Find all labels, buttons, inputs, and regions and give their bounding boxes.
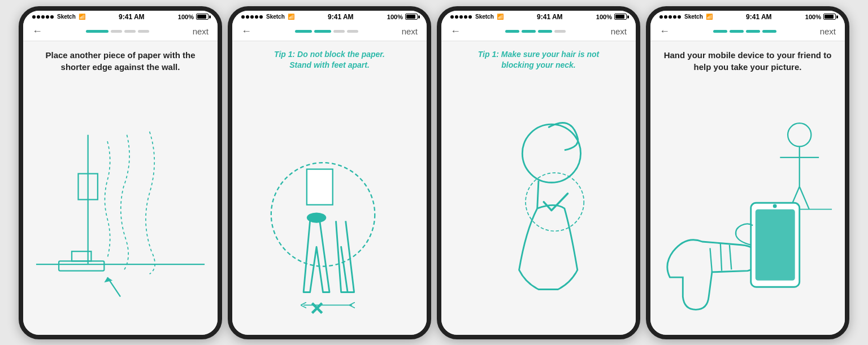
phone-4: Sketch 📶 9:41 AM 100% ← next Hand your — [646, 6, 849, 339]
progress-step-2-3 — [333, 30, 345, 33]
progress-step-4-1 — [713, 30, 727, 33]
time-2: 9:41 AM — [328, 13, 354, 21]
illustration-2: ✕ — [232, 76, 427, 335]
illustration-4 — [650, 77, 845, 335]
nav-bar-3: ← next — [441, 23, 636, 41]
svg-point-14 — [788, 123, 811, 146]
illustration-svg-2: ✕ — [232, 91, 427, 318]
svg-rect-21 — [756, 209, 795, 280]
svg-point-22 — [773, 204, 777, 208]
next-button-2[interactable]: next — [402, 27, 418, 36]
instruction-text-1: Place another piece of paper with the sh… — [23, 41, 218, 77]
status-bar-2: Sketch 📶 9:41 AM 100% — [232, 11, 427, 23]
status-bar-1: Sketch 📶 9:41 AM 100% — [23, 11, 218, 23]
tip-text-3: Tip 1: Make sure your hair is notblockin… — [467, 41, 610, 76]
progress-3 — [505, 30, 566, 33]
illustration-svg-1 — [23, 96, 218, 316]
svg-line-18 — [800, 186, 809, 209]
svg-point-12 — [522, 124, 580, 182]
progress-step-2-1 — [295, 30, 312, 33]
wifi-icon-4: 📶 — [706, 14, 713, 20]
progress-step-1-4 — [138, 30, 149, 33]
battery-text-3: 100% — [596, 14, 612, 20]
carrier-3: Sketch — [475, 14, 494, 20]
progress-step-3-4 — [554, 30, 566, 33]
tip-text-2: Tip 1: Do not block the paper.Stand with… — [263, 41, 396, 76]
progress-step-2-2 — [314, 30, 331, 33]
progress-step-3-3 — [538, 30, 552, 33]
svg-point-11 — [307, 213, 326, 223]
content-1: Place another piece of paper with the sh… — [23, 41, 218, 335]
phone-2: Sketch 📶 9:41 AM 100% ← next Tip 1: Do — [228, 6, 431, 339]
progress-step-2-4 — [347, 30, 358, 33]
svg-text:✕: ✕ — [309, 299, 324, 318]
progress-4 — [713, 30, 776, 33]
content-4: Hand your mobile device to your friend t… — [650, 41, 845, 335]
wifi-icon-2: 📶 — [288, 14, 294, 20]
progress-step-1-3 — [124, 30, 136, 33]
time-3: 9:41 AM — [537, 13, 563, 21]
progress-step-4-4 — [762, 30, 776, 33]
illustration-1 — [23, 77, 218, 335]
next-button-3[interactable]: next — [611, 27, 627, 36]
svg-rect-3 — [59, 261, 104, 270]
carrier-2: Sketch — [266, 14, 285, 20]
battery-icon-1 — [196, 14, 209, 20]
next-button-4[interactable]: next — [820, 27, 836, 36]
battery-icon-3 — [614, 14, 627, 20]
progress-step-1-1 — [86, 30, 108, 33]
svg-marker-6 — [104, 277, 112, 282]
svg-rect-8 — [307, 169, 333, 205]
progress-2 — [295, 30, 358, 33]
status-bar-4: Sketch 📶 9:41 AM 100% — [650, 11, 845, 23]
content-3: Tip 1: Make sure your hair is notblockin… — [441, 41, 636, 335]
phone-1: Sketch 📶 9:41 AM 100% ← next Place anot — [19, 6, 222, 339]
nav-bar-2: ← next — [232, 23, 427, 41]
wifi-icon-1: 📶 — [79, 14, 85, 20]
illustration-svg-3 — [441, 89, 636, 322]
battery-icon-4 — [823, 14, 836, 20]
instruction-text-4: Hand your mobile device to your friend t… — [650, 41, 845, 77]
status-bar-3: Sketch 📶 9:41 AM 100% — [441, 11, 636, 23]
nav-bar-1: ← next — [23, 23, 218, 41]
illustration-3 — [441, 76, 636, 335]
progress-step-1-2 — [111, 30, 122, 33]
wifi-icon-3: 📶 — [497, 14, 504, 20]
next-button-1[interactable]: next — [193, 27, 209, 36]
phone-collection: Sketch 📶 9:41 AM 100% ← next Place anot — [19, 6, 849, 339]
back-button-4[interactable]: ← — [659, 25, 670, 37]
battery-text-4: 100% — [805, 14, 821, 20]
nav-bar-4: ← next — [650, 23, 845, 41]
battery-text-1: 100% — [178, 14, 194, 20]
illustration-svg-4 — [650, 96, 845, 316]
progress-step-4-3 — [746, 30, 760, 33]
phone-3: Sketch 📶 9:41 AM 100% ← next Tip 1: Mak — [437, 6, 640, 339]
progress-step-3-1 — [505, 30, 519, 33]
time-1: 9:41 AM — [119, 13, 145, 21]
back-button-2[interactable]: ← — [241, 25, 251, 37]
time-4: 9:41 AM — [746, 13, 772, 21]
content-2: Tip 1: Do not block the paper.Stand with… — [232, 41, 427, 335]
progress-step-4-2 — [730, 30, 744, 33]
progress-1 — [86, 30, 149, 33]
back-button-1[interactable]: ← — [32, 25, 42, 37]
carrier-4: Sketch — [684, 14, 703, 20]
battery-text-2: 100% — [387, 14, 403, 20]
battery-icon-2 — [405, 14, 418, 20]
carrier-1: Sketch — [57, 14, 76, 20]
progress-step-3-2 — [522, 30, 536, 33]
back-button-3[interactable]: ← — [450, 25, 461, 37]
